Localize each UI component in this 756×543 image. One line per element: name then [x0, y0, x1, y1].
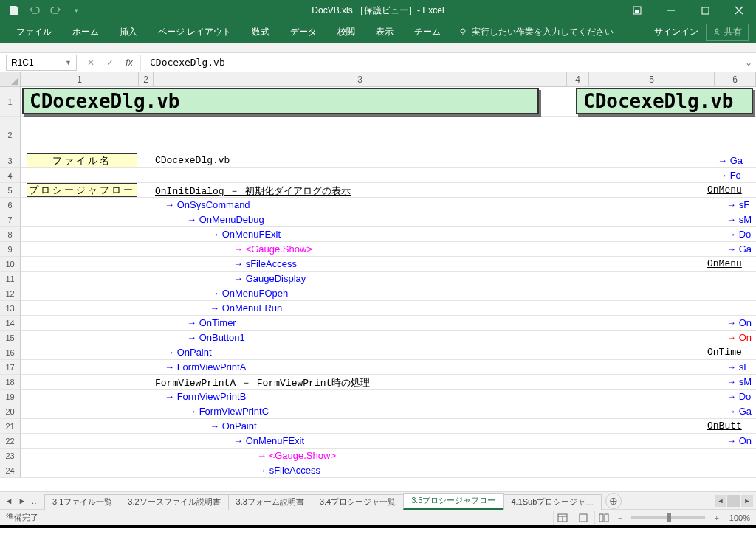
tab-pagelayout[interactable]: ページ レイアウト	[148, 21, 241, 43]
zoom-out-button[interactable]: −	[618, 513, 622, 522]
cell-text: → sF	[726, 362, 749, 373]
zoom-in-button[interactable]: +	[714, 513, 718, 522]
row-header[interactable]: 16	[0, 345, 21, 360]
undo-icon[interactable]	[25, 1, 44, 19]
share-button[interactable]: 共有	[706, 24, 749, 41]
formula-bar: R1C1 ▼ ✕ ✓ fx CDocexeDlg.vb ⌄	[0, 53, 756, 72]
sheet-tab[interactable]: 3.3フォーム説明書	[228, 494, 312, 510]
col-header[interactable]: 5	[589, 72, 715, 86]
tab-view[interactable]: 表示	[365, 21, 404, 43]
row-header[interactable]: 10	[0, 257, 21, 272]
row-header[interactable]: 4	[0, 168, 21, 183]
close-icon[interactable]	[722, 0, 756, 21]
tab-nav-more-icon[interactable]: …	[30, 494, 41, 508]
worksheet-grid: 1 2 3 4 5 6 1 CDocexeDlg.vb CDocexeDlg.v…	[0, 72, 756, 491]
tab-review[interactable]: 校閲	[327, 21, 365, 43]
sheet-tab-bar: ◄ ► … 3.1ファイル一覧 3.2ソースファイル説明書 3.3フォーム説明書…	[0, 491, 756, 509]
select-all-button[interactable]	[0, 72, 21, 86]
cancel-formula-icon[interactable]: ✕	[83, 55, 99, 70]
view-normal-icon[interactable]	[553, 511, 572, 525]
row-header[interactable]: 21	[0, 419, 21, 434]
cell-text: → FormViewPrintC	[187, 406, 269, 418]
tab-team[interactable]: チーム	[404, 21, 451, 43]
cell-text: → On	[726, 317, 752, 329]
sheet-tab[interactable]: 3.2ソースファイル説明書	[120, 494, 228, 510]
tab-nav: ◄ ► …	[0, 494, 44, 508]
formula-input[interactable]: CDocexeDlg.vb	[145, 57, 741, 68]
row-header[interactable]: 23	[0, 449, 21, 463]
view-pagebreak-icon[interactable]	[594, 511, 614, 525]
col-header[interactable]: 3	[154, 72, 567, 86]
status-ready: 準備完了	[6, 512, 38, 523]
tab-formulas[interactable]: 数式	[241, 21, 280, 43]
row-header[interactable]: 22	[0, 434, 21, 449]
row-header[interactable]: 1	[0, 87, 21, 117]
col-header[interactable]: 4	[567, 72, 589, 86]
sheet-tab[interactable]: 3.4プロシージャ一覧	[312, 494, 404, 510]
row-header[interactable]: 7	[0, 212, 21, 227]
tab-home[interactable]: ホーム	[62, 21, 109, 43]
row-header[interactable]: 24	[0, 463, 21, 478]
tab-nav-last-icon[interactable]: ►	[16, 494, 28, 508]
sheet-tab[interactable]: 4.1Subプロシージャ …	[503, 494, 602, 510]
cell-text: → Ga	[726, 406, 752, 418]
row-header[interactable]: 12	[0, 286, 21, 301]
row-header[interactable]: 20	[0, 404, 21, 419]
ribbon-options-icon[interactable]	[620, 0, 654, 21]
title-banner-1: CDocexeDlg.vb	[22, 88, 539, 114]
row-header[interactable]: 13	[0, 301, 21, 316]
chevron-down-icon[interactable]: ▼	[65, 59, 72, 66]
titlebar: ▾ DocVB.xls ［保護ビュー］- Excel	[0, 0, 756, 21]
tab-data[interactable]: データ	[280, 21, 327, 43]
fx-icon[interactable]: fx	[121, 55, 137, 70]
row-header[interactable]: 9	[0, 242, 21, 257]
qat-customize-icon[interactable]: ▾	[66, 1, 86, 19]
row-header[interactable]: 14	[0, 316, 21, 331]
sheet-tab-active[interactable]: 3.5プロシージャフロー	[403, 493, 504, 510]
redo-icon[interactable]	[46, 1, 65, 19]
row-header[interactable]: 8	[0, 227, 21, 242]
row-header[interactable]: 18	[0, 375, 21, 390]
maximize-icon[interactable]	[688, 0, 722, 21]
cell-text: FormViewPrintA － FormViewPrint時の処理	[155, 376, 370, 390]
zoom-value[interactable]: 100%	[729, 513, 750, 522]
row-header[interactable]: 19	[0, 390, 21, 404]
horizontal-scrollbar[interactable]: ◄ ►	[622, 495, 756, 507]
name-box[interactable]: R1C1 ▼	[6, 55, 77, 71]
quick-access-toolbar: ▾	[0, 1, 86, 19]
signin-link[interactable]: サインイン	[654, 26, 698, 38]
row-header[interactable]: 2	[0, 117, 21, 153]
name-box-value: R1C1	[11, 58, 34, 68]
accept-formula-icon[interactable]: ✓	[102, 55, 118, 70]
window-controls	[620, 0, 756, 21]
scroll-thumb[interactable]	[727, 495, 740, 507]
zoom-slider[interactable]	[631, 516, 705, 519]
cell-text: → Do	[726, 229, 751, 241]
cell-text: → sFileAccess	[257, 465, 320, 477]
row-header[interactable]: 15	[0, 331, 21, 345]
row-header[interactable]: 11	[0, 272, 21, 286]
view-pagelayout-icon[interactable]	[574, 511, 593, 525]
col-header[interactable]: 1	[21, 72, 139, 86]
expand-formula-icon[interactable]: ⌄	[741, 58, 756, 68]
tab-insert[interactable]: 挿入	[109, 21, 148, 43]
cell-text: → On	[726, 332, 752, 344]
sheet-tab[interactable]: 3.1ファイル一覧	[44, 494, 120, 510]
grid-body[interactable]: 1 CDocexeDlg.vb CDocexeDlg.vb 2 3 ファイル名 …	[0, 87, 756, 491]
row-header[interactable]: 17	[0, 360, 21, 375]
row-header[interactable]: 3	[0, 153, 21, 168]
tab-file[interactable]: ファイル	[6, 21, 62, 43]
minimize-icon[interactable]	[654, 0, 688, 21]
scroll-left-icon[interactable]: ◄	[715, 495, 726, 507]
col-header[interactable]: 6	[715, 72, 756, 86]
row-header[interactable]: 5	[0, 183, 21, 198]
cell-text: → OnMenuFExit	[210, 229, 281, 241]
zoom-thumb[interactable]	[667, 513, 671, 522]
tellme-search[interactable]: 実行したい作業を入力してください	[458, 26, 614, 38]
row-header[interactable]: 6	[0, 198, 21, 212]
tab-nav-first-icon[interactable]: ◄	[3, 494, 15, 508]
save-icon[interactable]	[4, 1, 24, 19]
scroll-right-icon[interactable]: ►	[741, 495, 753, 507]
col-header[interactable]: 2	[139, 72, 154, 86]
add-sheet-button[interactable]: ⊕	[605, 493, 622, 509]
